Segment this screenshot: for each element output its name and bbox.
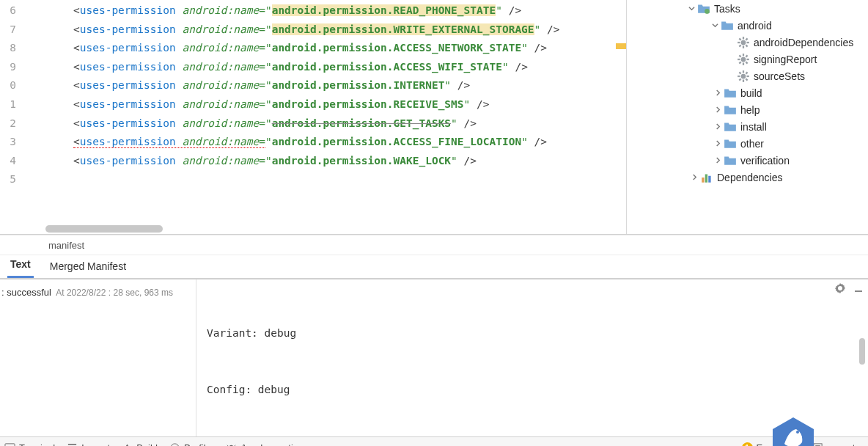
tool-window-build[interactable]: Build [122,442,158,446]
code-editor[interactable]: 6 7 8 9 0 1 2 3 4 5 <uses-permission and… [0,0,626,234]
svg-line-18 [746,55,747,56]
tree-dependencies[interactable]: Dependencies [627,169,868,186]
build-status-panel: : successful At 2022/8/22 : 28 sec, 963 … [0,279,196,436]
logcat-icon [67,442,78,446]
folder-icon [721,19,734,32]
layout-inspector-button[interactable]: nspector [812,442,864,446]
profiler-icon [169,442,180,446]
svg-line-17 [739,62,740,63]
tree-label: build [740,87,762,99]
code-line: <uses-permission android:name="android.p… [22,95,626,114]
editor-marker [616,43,626,49]
tab-merged-manifest[interactable]: Merged Manifest [47,256,129,278]
svg-rect-30 [708,175,710,182]
folder-icon [724,137,737,150]
folder-icon [724,103,737,117]
gear-icon [737,70,750,83]
svg-line-27 [746,72,747,73]
tree-label: androidDependencies [754,37,853,48]
tree-android[interactable]: android [627,17,868,34]
svg-line-8 [739,45,740,46]
build-icon [122,442,133,446]
code-line: <uses-permission android:name="android.p… [22,39,626,58]
svg-point-19 [741,73,746,78]
editor-h-scrollbar[interactable] [45,224,383,234]
tree-folder[interactable]: verification [627,152,868,169]
tree-task[interactable]: sourceSets [627,67,868,84]
folder-icon [697,2,710,15]
tree-label: sourceSets [754,70,805,82]
svg-point-1 [741,40,746,45]
svg-rect-28 [702,178,704,183]
svg-line-9 [746,38,747,40]
tree-task[interactable]: androidDependencies [627,34,868,51]
code-line [22,170,626,189]
tree-label: verification [740,155,790,167]
chevron-right-icon[interactable] [712,87,724,99]
chevron-right-icon[interactable] [712,104,724,116]
breadcrumb[interactable]: manifest [0,235,868,255]
svg-line-24 [739,72,740,73]
notification-badge: 1 [742,442,753,446]
svg-point-10 [741,56,746,62]
tree-folder[interactable]: build [627,84,868,101]
svg-rect-29 [705,174,707,182]
chevron-right-icon[interactable] [712,138,724,150]
tree-label: android [738,20,772,32]
gradle-panel[interactable]: Tasks android androidDependenciessigning… [626,0,868,234]
editor-gutter: 6 7 8 9 0 1 2 3 4 5 [0,0,22,234]
folder-icon [724,154,737,167]
tree-label: Dependencies [717,172,783,183]
chevron-right-icon[interactable] [688,172,700,183]
code-line: <uses-permission android:name="android.p… [22,133,626,152]
chevron-down-icon[interactable] [709,20,721,32]
code-line: <uses-permission android:name="android.p… [22,58,626,77]
svg-line-15 [739,55,740,56]
tree-task[interactable]: signingReport [627,51,868,67]
tool-window-logcat[interactable]: Logcat [67,442,110,446]
tree-label: Tasks [714,3,740,15]
editor-tabs: Text Merged Manifest [0,255,868,279]
folder-icon [724,120,737,134]
tree-label: signingReport [754,54,817,65]
chevron-right-icon[interactable] [712,155,724,167]
bug-icon [226,442,237,446]
folder-icon [724,87,737,100]
svg-line-26 [739,78,740,80]
tab-text[interactable]: Text [7,254,34,278]
tree-label: other [740,138,764,150]
watermark-bird-icon [770,414,817,446]
tool-window-profiler[interactable]: Profiler [169,442,214,446]
code-line: <uses-permission android:name="android.p… [22,21,626,40]
svg-line-7 [746,45,747,46]
status-bar: Terminal Logcat Build Profiler App Inspe… [0,436,868,446]
output-v-scrollbar[interactable] [858,287,868,434]
svg-line-25 [746,78,747,80]
svg-point-38 [796,431,799,434]
tree-folder[interactable]: other [627,135,868,152]
chart-icon [700,171,713,184]
tree-tasks[interactable]: Tasks [627,0,868,17]
code-line: <uses-permission android:name="android.p… [22,76,626,95]
gear-icon [737,53,750,66]
tree-label: help [740,104,760,116]
code-line: <uses-permission android:name="android.p… [22,114,626,134]
tree-folder[interactable]: install [627,118,868,135]
tool-window-terminal[interactable]: Terminal [4,442,55,446]
build-output[interactable]: Variant: debug Config: debug Store: D:\A… [196,279,868,436]
svg-point-0 [705,9,710,14]
gear-icon [737,36,750,49]
tool-window-app-inspection[interactable]: App Inspection [226,442,304,446]
tree-folder[interactable]: help [627,101,868,118]
tree-label: install [740,121,767,133]
svg-line-16 [746,62,747,63]
chevron-down-icon[interactable] [685,3,697,15]
code-line: <uses-permission android:name="android.p… [22,152,626,171]
code-line: <uses-permission android:name="android.p… [22,1,626,21]
svg-line-6 [739,38,740,40]
build-result: successful [7,287,51,298]
chevron-right-icon[interactable] [712,121,724,133]
terminal-icon [4,442,15,446]
